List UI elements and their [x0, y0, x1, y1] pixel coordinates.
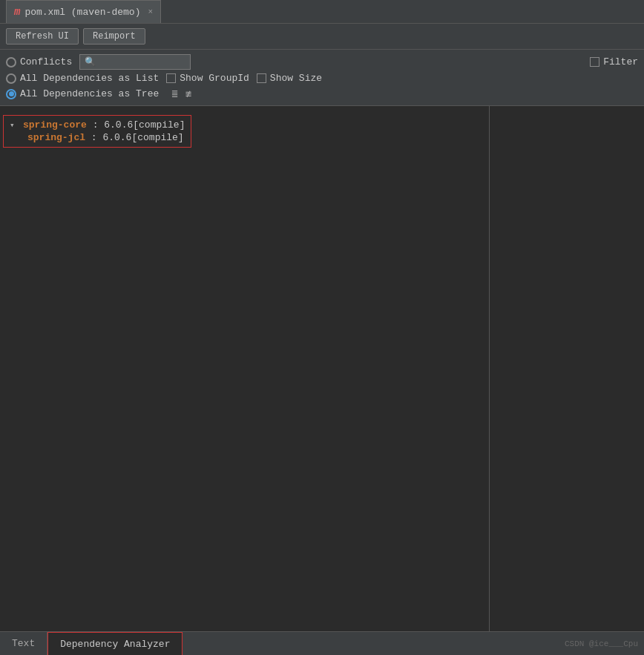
options-row-3: All Dependencies as Tree ≣ ≢ — [6, 85, 638, 102]
watermark: CSDN @ice___Cpu — [565, 632, 644, 655]
conflicts-radio[interactable]: Conflicts — [6, 56, 72, 68]
show-size-check[interactable]: Show Size — [257, 73, 322, 84]
bottom-tabs: Text Dependency Analyzer CSDN @ice___Cpu — [0, 631, 644, 655]
title-bar: m pom.xml (maven-demo) × — [0, 0, 644, 24]
tab-dependency-analyzer[interactable]: Dependency Analyzer — [47, 632, 183, 655]
dep-scope-spring-core: [compile] — [133, 119, 185, 131]
reimport-button[interactable]: Reimport — [83, 28, 145, 45]
filter-checkbox[interactable] — [590, 57, 599, 67]
tab-close-icon[interactable]: × — [148, 7, 153, 16]
tab-label: pom.xml (maven-demo) — [24, 7, 140, 18]
options-area: Conflicts 🔍 Filter All Dependencies as L… — [0, 50, 644, 106]
show-size-checkbox[interactable] — [257, 73, 266, 83]
dep-scope-spring-jcl: [compile] — [131, 132, 183, 143]
sort-icons-group: ≣ ≢ — [169, 87, 194, 101]
tree-row[interactable]: ▾ spring-core : 6.0.6 [compile] — [10, 119, 185, 131]
filter-label-text: Filter — [603, 56, 638, 68]
right-panel — [490, 106, 644, 631]
conflicts-label: Conflicts — [20, 56, 72, 68]
all-deps-tree-radio-btn[interactable] — [6, 89, 16, 99]
sort-ascending-icon[interactable]: ≣ — [169, 87, 180, 101]
options-row-1: Conflicts 🔍 Filter — [6, 53, 638, 71]
tree-toggle-icon[interactable]: ▾ — [10, 120, 20, 130]
search-icon: 🔍 — [85, 56, 96, 68]
selected-tree-box: ▾ spring-core : 6.0.6 [compile] spring-j… — [3, 115, 191, 148]
toolbar: Refresh UI Reimport — [0, 24, 644, 50]
all-deps-list-radio-btn[interactable] — [6, 73, 16, 84]
dep-version-spring-jcl: : 6.0.6 — [85, 132, 131, 143]
show-groupid-label: Show GroupId — [180, 73, 249, 84]
search-box: 🔍 — [79, 54, 191, 70]
filter-checkbox-label[interactable]: Filter — [590, 56, 638, 68]
all-deps-tree-radio[interactable]: All Dependencies as Tree — [6, 88, 159, 99]
show-groupid-check[interactable]: Show GroupId — [166, 73, 249, 84]
sort-descending-icon[interactable]: ≢ — [183, 87, 194, 101]
all-deps-tree-label: All Dependencies as Tree — [20, 88, 159, 99]
all-deps-list-radio[interactable]: All Dependencies as List — [6, 73, 159, 84]
show-size-label: Show Size — [270, 73, 322, 84]
show-groupid-checkbox[interactable] — [166, 73, 176, 83]
search-input[interactable] — [99, 57, 188, 68]
dep-name-spring-core: spring-core — [23, 119, 87, 131]
tree-panel: ▾ spring-core : 6.0.6 [compile] spring-j… — [0, 106, 490, 631]
conflicts-radio-btn[interactable] — [6, 57, 16, 68]
tree-row[interactable]: spring-jcl : 6.0.6 [compile] — [10, 131, 185, 144]
maven-icon: m — [14, 6, 20, 18]
dep-name-spring-jcl: spring-jcl — [27, 132, 85, 143]
tab-text[interactable]: Text — [0, 632, 47, 655]
dep-version-spring-core: : 6.0.6 — [87, 119, 133, 131]
all-deps-list-label: All Dependencies as List — [20, 73, 159, 84]
refresh-ui-button[interactable]: Refresh UI — [6, 28, 79, 45]
options-row-2: All Dependencies as List Show GroupId Sh… — [6, 71, 638, 85]
main-content: ▾ spring-core : 6.0.6 [compile] spring-j… — [0, 106, 644, 631]
file-tab[interactable]: m pom.xml (maven-demo) × — [6, 0, 161, 23]
